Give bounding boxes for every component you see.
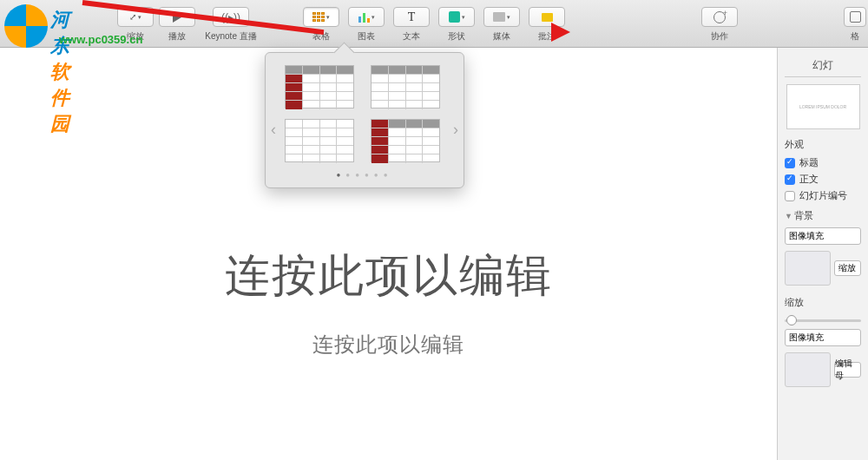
text-icon: T (408, 10, 416, 24)
popover-page-dots[interactable]: ●●●●●● (285, 171, 444, 179)
layout-thumbnail[interactable]: LOREM IPSUM DOLOR (786, 84, 860, 129)
comment-icon (542, 13, 553, 22)
keynote-live-label: Keynote 直播 (205, 30, 256, 43)
collaborate-label: 协作 (711, 30, 728, 43)
fill-mode-select-2[interactable]: 图像填充 (785, 329, 861, 346)
slide-title-placeholder[interactable]: 连按此项以编辑 (225, 246, 553, 306)
edit-master-button[interactable]: 编辑母 (834, 362, 861, 378)
media-button[interactable]: ▾ (483, 7, 520, 27)
table-style-option[interactable] (285, 65, 354, 108)
table-style-option[interactable] (285, 119, 354, 162)
format-button[interactable] (844, 7, 866, 27)
title-checkbox-label: 标题 (799, 156, 819, 169)
table-style-popover: ‹ › ●●●●●● (265, 52, 464, 188)
background-image-well-2[interactable] (785, 352, 831, 387)
background-image-well[interactable] (785, 251, 831, 286)
body-checkbox[interactable] (785, 174, 795, 185)
media-icon (493, 12, 505, 22)
scale-button[interactable]: 缩放 (834, 260, 861, 276)
watermark-url: www.pc0359.cn (59, 33, 142, 46)
collaborate-icon (713, 11, 726, 23)
logo-icon (4, 4, 48, 48)
annotation-arrow (82, 0, 326, 5)
slide-subtitle-placeholder[interactable]: 连按此项以编辑 (225, 331, 553, 358)
shape-icon (449, 11, 460, 23)
slide-number-checkbox[interactable] (785, 191, 795, 201)
popover-prev-button[interactable]: ‹ (271, 121, 276, 139)
format-icon (850, 11, 861, 23)
table-button[interactable]: ▾ (303, 7, 339, 27)
watermark-name: 河东软件园 (50, 7, 69, 137)
appearance-section-title: 外观 (785, 138, 861, 151)
slide-number-checkbox-label: 幻灯片编号 (799, 189, 847, 202)
inspector-tab[interactable]: 幻灯 (785, 55, 861, 77)
text-button[interactable]: T (393, 7, 430, 27)
scale-slider[interactable] (785, 314, 861, 326)
collaborate-button[interactable] (701, 7, 738, 27)
body-checkbox-label: 正文 (799, 173, 819, 186)
shape-label: 形状 (448, 30, 465, 43)
play-label: 播放 (168, 30, 186, 43)
background-section-title: ▼背景 (785, 209, 861, 222)
scale-section-title: 缩放 (785, 296, 861, 309)
media-label: 媒体 (493, 30, 510, 43)
popover-next-button[interactable]: › (453, 121, 458, 139)
table-style-option[interactable] (371, 65, 440, 108)
format-label: 格 (851, 30, 859, 43)
title-checkbox[interactable] (785, 158, 795, 168)
shape-button[interactable]: ▾ (438, 7, 475, 27)
inspector-panel: 幻灯 LOREM IPSUM DOLOR 外观 标题 正文 幻灯片编号 ▼背景 … (777, 48, 868, 460)
table-icon (312, 12, 325, 22)
table-style-option[interactable] (371, 119, 440, 162)
text-label: 文本 (403, 30, 420, 43)
chart-icon (358, 12, 370, 23)
fill-mode-select[interactable]: 图像填充 (785, 227, 861, 245)
chart-label: 图表 (358, 30, 375, 43)
chart-button[interactable]: ▾ (348, 7, 385, 27)
